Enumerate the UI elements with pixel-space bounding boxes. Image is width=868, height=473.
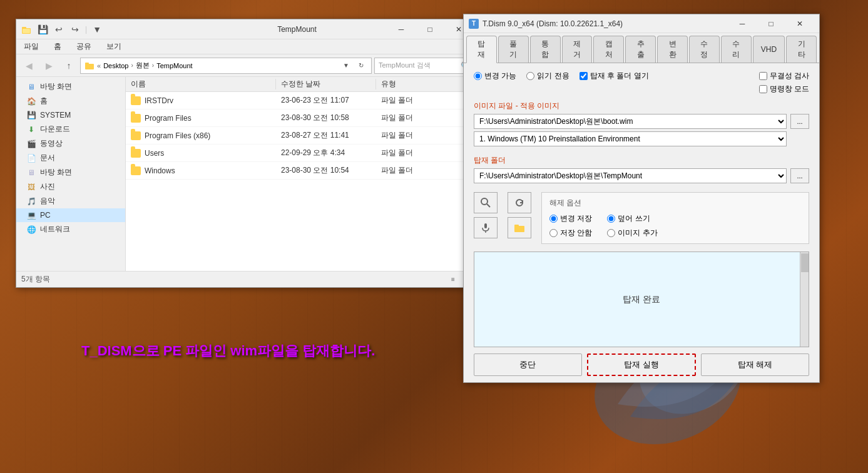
sidebar-item-system[interactable]: 💾 SYSTEM <box>16 108 125 122</box>
output-scrollbar[interactable] <box>800 252 809 347</box>
cmd-mode-checkbox[interactable]: 명령창 모드 <box>759 84 809 94</box>
search-box[interactable]: TempMount 검색 🔍 <box>374 58 474 74</box>
options-row: 변경 가능 읽기 전용 탑재 후 폴더 열기 무결성 검사 명령창 모드 <box>474 71 809 94</box>
refresh-icon <box>514 197 525 208</box>
menu-home[interactable]: 홈 <box>51 40 64 53</box>
sidebar-item-network[interactable]: 🌐 네트워크 <box>16 222 125 236</box>
tdism-close[interactable]: ✕ <box>785 14 814 34</box>
table-row[interactable]: IRSTDrv 23-06-23 오전 11:07 파일 폴더 <box>126 92 478 109</box>
mic-icon <box>480 222 491 233</box>
stop-button[interactable]: 중단 <box>474 353 582 376</box>
tab-modify[interactable]: 수정 <box>689 36 720 63</box>
no-save-radio[interactable]: 저장 안함 <box>549 228 592 238</box>
menu-file[interactable]: 파일 <box>21 40 41 53</box>
extra-options: 무결성 검사 명령창 모드 <box>759 71 809 94</box>
mic-action-button[interactable] <box>474 217 498 238</box>
redo-btn[interactable]: ↪ <box>68 22 83 37</box>
back-button[interactable]: ◀ <box>20 57 38 74</box>
save-changes-radio[interactable]: 변경 저장 <box>549 213 592 224</box>
sidebar-item-music[interactable]: 🎵 음악 <box>16 194 125 208</box>
desktop-icon: 🖥 <box>26 82 36 92</box>
mode-readonly-radio[interactable]: 읽기 전용 <box>526 71 569 81</box>
sidebar-item-pc[interactable]: 💻 PC <box>16 208 125 222</box>
search-action-button[interactable] <box>474 192 498 213</box>
sidebar-item-downloads[interactable]: ⬇ 다운로드 <box>16 122 125 136</box>
tab-capture[interactable]: 캡처 <box>593 36 624 63</box>
minimize-button[interactable]: ─ <box>387 19 416 39</box>
sidebar-item-home[interactable]: 🏠 홈 <box>16 94 125 108</box>
file-name-cell: IRSTDrv <box>126 96 276 105</box>
tab-remove[interactable]: 제거 <box>562 36 593 63</box>
explorer-titlebar: 💾 ↩ ↪ | ▼ TempMount ─ □ ✕ <box>16 19 478 39</box>
svg-rect-6 <box>85 63 89 64</box>
tab-extract[interactable]: 추출 <box>625 36 656 63</box>
file-date-cell: 23-06-23 오전 11:07 <box>276 95 376 106</box>
table-row[interactable]: Program Files 23-08-30 오전 10:58 파일 폴더 <box>126 109 478 127</box>
tab-convert[interactable]: 변환 <box>657 36 688 63</box>
folder-action-button[interactable] <box>508 217 531 238</box>
tab-misc[interactable]: 기타 <box>786 36 817 63</box>
refresh-button[interactable]: ↻ <box>355 59 367 72</box>
tab-integrate[interactable]: 통합 <box>530 36 561 63</box>
table-row[interactable]: Users 22-09-29 오후 4:34 파일 폴더 <box>126 145 478 162</box>
current-folder: TempMount <box>156 62 192 69</box>
forward-button[interactable]: ▶ <box>40 57 58 74</box>
file-date-cell: 22-09-29 오후 4:34 <box>276 148 376 158</box>
up-button[interactable]: ↑ <box>60 57 78 74</box>
image-index-select[interactable]: 1. Windows (TM) 10 Preinstallation Envir… <box>474 131 787 146</box>
svg-rect-9 <box>484 223 487 228</box>
sidebar-item-photos[interactable]: 🖼 사진 <box>16 180 125 194</box>
tab-unmount[interactable]: 풀기 <box>498 36 529 63</box>
image-browse-button[interactable]: ... <box>790 114 809 129</box>
sidebar-item-desktop2[interactable]: 🖥 바탕 화면 <box>16 165 125 180</box>
mount-execute-button[interactable]: 탑재 실행 <box>587 353 697 376</box>
dropdown-btn[interactable]: ▼ <box>89 22 105 37</box>
tdism-title: T.Dism 9.0_x64 (Dism: 10.0.22621.1_x64) <box>483 19 724 28</box>
menu-view[interactable]: 보기 <box>104 40 124 53</box>
col-header-name[interactable]: 이름 <box>126 79 276 89</box>
image-path-select[interactable]: F:\Users\Administrator\Desktop\원본\boot.w… <box>474 114 787 129</box>
no-integrity-checkbox[interactable]: 무결성 검사 <box>759 71 809 81</box>
table-row[interactable]: Windows 23-08-30 오전 10:54 파일 폴더 <box>126 162 478 180</box>
overwrite-radio[interactable]: 덮어 쓰기 <box>607 213 650 224</box>
folder-icon <box>514 223 525 233</box>
list-view-button[interactable]: ≡ <box>447 273 459 286</box>
tab-mount[interactable]: 탑재 <box>466 36 497 63</box>
tab-repair[interactable]: 수리 <box>721 36 752 63</box>
tdism-maximize[interactable]: □ <box>757 14 785 34</box>
maximize-button[interactable]: □ <box>416 19 444 39</box>
sidebar-item-docs[interactable]: 📄 문서 <box>16 151 125 165</box>
music-icon: 🎵 <box>26 196 36 206</box>
tab-vhd[interactable]: VHD <box>753 36 785 63</box>
explorer-title: TempMount <box>211 25 383 34</box>
mount-folder-label: 탑재 폴더 <box>474 155 809 166</box>
mount-browse-button[interactable]: ... <box>790 168 809 183</box>
file-date-cell: 23-08-27 오전 11:41 <box>276 130 376 141</box>
undo-btn[interactable]: ↩ <box>51 22 66 37</box>
svg-line-8 <box>487 204 490 207</box>
address-input[interactable]: « Desktop › 원본 › TempMount ▼ ↻ <box>80 58 372 74</box>
output-text: 탑재 완료 <box>623 294 660 305</box>
sidebar-item-videos[interactable]: 🎬 동영상 <box>16 136 125 151</box>
tdism-minimize[interactable]: ─ <box>728 14 757 34</box>
save-btn[interactable]: 💾 <box>35 22 50 37</box>
table-row[interactable]: Program Files (x86) 23-08-27 오전 11:41 파일… <box>126 127 478 145</box>
item-count: 5개 항목 <box>21 274 50 285</box>
action-buttons <box>474 192 498 238</box>
explorer-menubar: 파일 홈 공유 보기 ▲ <box>16 39 478 54</box>
menu-share[interactable]: 공유 <box>74 40 94 53</box>
col-header-date[interactable]: 수정한 날짜 <box>276 79 376 89</box>
add-image-radio[interactable]: 이미지 추가 <box>607 228 657 238</box>
dropdown-arrow[interactable]: ▼ <box>340 59 352 72</box>
folder-icon <box>131 149 141 158</box>
open-folder-checkbox[interactable]: 탑재 후 폴더 열기 <box>580 71 649 81</box>
download-icon: ⬇ <box>26 125 36 135</box>
network-icon: 🌐 <box>26 225 36 235</box>
dismount-button[interactable]: 탑재 해제 <box>701 353 809 376</box>
refresh-action-button[interactable] <box>508 192 531 213</box>
mount-path-select[interactable]: F:\Users\Administrator\Desktop\원본\TempMo… <box>474 168 787 183</box>
sidebar-item-desktop[interactable]: 🖥 바탕 화면 <box>16 79 125 94</box>
dismount-radio-group: 변경 저장 덮어 쓰기 저장 안함 이미지 추가 <box>549 213 801 238</box>
mode-change-radio[interactable]: 변경 가능 <box>474 71 516 81</box>
file-list-header: 이름 수정한 날짜 유형 <box>126 77 478 92</box>
